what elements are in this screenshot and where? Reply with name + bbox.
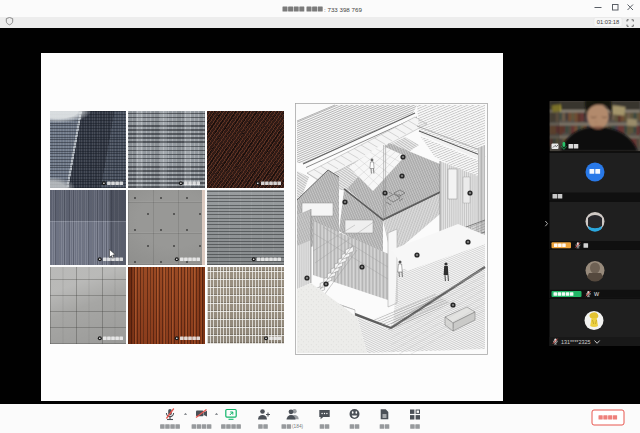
svg-text:: 733 398 769: : 733 398 769 xyxy=(324,6,362,13)
svg-text:(184): (184) xyxy=(292,424,304,429)
svg-text:131****2325: 131****2325 xyxy=(561,339,590,345)
svg-text:01:03:18: 01:03:18 xyxy=(597,19,620,25)
